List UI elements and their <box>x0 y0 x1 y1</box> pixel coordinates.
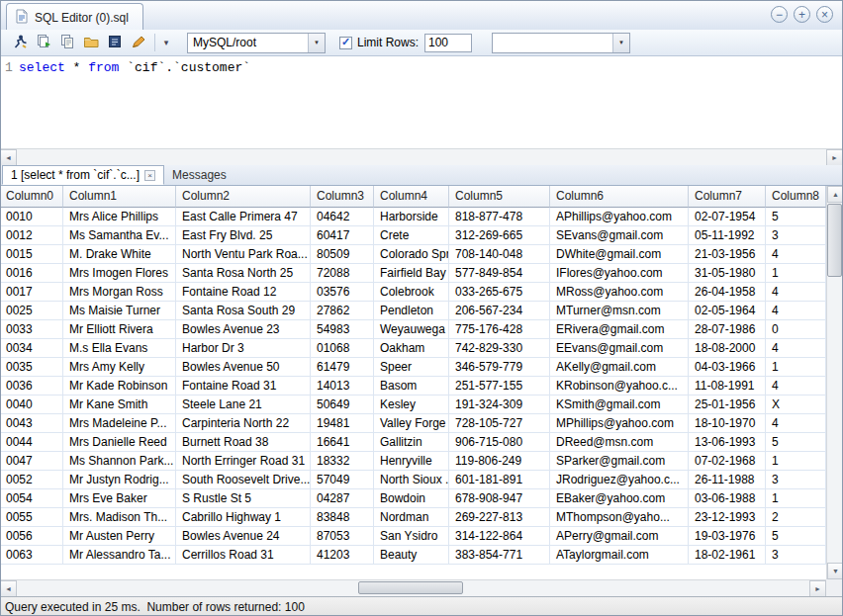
secondary-combo[interactable]: ▼ <box>492 33 630 53</box>
table-cell[interactable]: 4 <box>766 377 826 396</box>
table-cell[interactable]: 0034 <box>0 339 63 358</box>
table-cell[interactable]: 4 <box>766 414 826 433</box>
table-row[interactable]: 0044Mrs Danielle ReedBurnett Road 381664… <box>0 433 826 452</box>
table-row[interactable]: 0047Ms Shannon Park...North Erringer Roa… <box>0 452 826 471</box>
table-cell[interactable]: 54983 <box>311 320 374 339</box>
sql-history-button[interactable] <box>103 32 127 53</box>
table-cell[interactable]: 3 <box>766 546 826 565</box>
table-cell[interactable]: 16641 <box>311 433 374 452</box>
table-cell[interactable]: 03-06-1988 <box>689 489 766 508</box>
table-cell[interactable]: 2 <box>766 508 826 527</box>
table-cell[interactable]: 07-02-1968 <box>689 452 766 471</box>
table-row[interactable]: 0034M.s Ella EvansHarbor Dr 301068Oakham… <box>0 339 826 358</box>
editor-horizontal-scrollbar[interactable]: ◄ ► <box>0 148 843 165</box>
table-cell[interactable]: Mr Austen Perry <box>63 527 176 546</box>
table-cell[interactable]: South Roosevelt Drive... <box>176 471 311 489</box>
table-cell[interactable]: 41203 <box>311 546 374 565</box>
table-cell[interactable]: Carpinteria North 22 <box>176 414 311 433</box>
table-row[interactable]: 0040Mr Kane SmithSteele Lane 2150649Kesl… <box>0 396 826 414</box>
table-cell[interactable]: Mr Kane Smith <box>63 396 176 414</box>
table-cell[interactable]: 14013 <box>311 377 374 396</box>
table-cell[interactable]: 18-08-2000 <box>689 339 766 358</box>
table-cell[interactable]: Mr Kade Robinson <box>63 377 176 396</box>
table-row[interactable]: 0033Mr Elliott RiveraBowles Avenue 23549… <box>0 320 826 339</box>
table-cell[interactable]: M.s Ella Evans <box>63 339 176 358</box>
table-cell[interactable]: 04-03-1966 <box>689 358 766 377</box>
table-cell[interactable]: SParker@gmail.com <box>550 452 689 471</box>
table-cell[interactable]: APerry@gmail.com <box>550 527 689 546</box>
table-cell[interactable]: 0012 <box>0 226 63 245</box>
table-row[interactable]: 0055Mrs. Madison Th...Cabrillo Highway 1… <box>0 508 826 527</box>
table-cell[interactable]: MThompson@yaho... <box>550 508 689 527</box>
table-cell[interactable]: 23-12-1993 <box>689 508 766 527</box>
table-cell[interactable]: 678-908-947 <box>449 489 550 508</box>
table-row[interactable]: 0015M. Drake WhiteNorth Ventu Park Roa..… <box>0 245 826 264</box>
minimize-button[interactable]: − <box>771 6 788 23</box>
horizontal-scroll-thumb[interactable] <box>358 581 463 594</box>
table-row[interactable]: 0056Mr Austen PerryBowles Avenue 2487053… <box>0 527 826 546</box>
limit-rows-checkbox[interactable]: ✓ <box>339 37 352 49</box>
table-cell[interactable]: 4 <box>766 245 826 264</box>
table-cell[interactable]: 13-06-1993 <box>689 433 766 452</box>
tab-result-set[interactable]: 1 [select * from `cif`.`c...] × <box>2 165 164 185</box>
table-cell[interactable]: 61479 <box>311 358 374 377</box>
column-header[interactable]: Column7 <box>689 186 766 208</box>
table-cell[interactable]: 04287 <box>311 489 374 508</box>
table-cell[interactable]: Mrs Alice Phillips <box>63 208 176 226</box>
table-row[interactable]: 0043Mrs Madeleine P...Carpinteria North … <box>0 414 826 433</box>
table-cell[interactable]: ATaylorgmail.com <box>550 546 689 565</box>
run-statement-button[interactable] <box>32 32 55 53</box>
run-sql-button[interactable] <box>8 32 32 53</box>
table-cell[interactable]: KRobinson@yahoo.c... <box>550 377 689 396</box>
table-cell[interactable]: 1 <box>766 452 826 471</box>
table-cell[interactable]: Mrs. Madison Th... <box>63 508 176 527</box>
table-cell[interactable]: 708-140-048 <box>449 245 550 264</box>
table-cell[interactable]: San Ysidro <box>374 527 449 546</box>
table-cell[interactable]: 05-11-1992 <box>689 226 766 245</box>
table-cell[interactable]: 03576 <box>311 283 374 302</box>
table-cell[interactable]: 906-715-080 <box>449 433 550 452</box>
table-cell[interactable]: Mr Elliott Rivera <box>63 320 176 339</box>
table-cell[interactable]: 314-122-864 <box>449 527 550 546</box>
table-cell[interactable]: 50649 <box>311 396 374 414</box>
toolbar-overflow-button[interactable]: ▾ <box>159 33 173 52</box>
scroll-left-button[interactable]: ◄ <box>0 580 17 597</box>
column-header[interactable]: Column0 <box>0 186 63 208</box>
edit-button[interactable] <box>127 32 150 53</box>
table-cell[interactable]: 728-105-727 <box>449 414 550 433</box>
table-cell[interactable]: ERivera@gmail.com <box>550 320 689 339</box>
table-cell[interactable]: Mr Justyn Rodrig... <box>63 471 176 489</box>
table-cell[interactable]: Mrs Madeleine P... <box>63 414 176 433</box>
table-cell[interactable]: Fontaine Road 31 <box>176 377 311 396</box>
table-cell[interactable]: 0054 <box>0 489 63 508</box>
table-cell[interactable]: Cerrillos Road 31 <box>176 546 311 565</box>
table-cell[interactable]: DWhite@gmail.com <box>550 245 689 264</box>
table-cell[interactable]: Speer <box>374 358 449 377</box>
table-cell[interactable]: 02-05-1964 <box>689 302 766 320</box>
table-row[interactable]: 0010Mrs Alice PhillipsEast Calle Primera… <box>0 208 826 226</box>
table-cell[interactable]: Santa Rosa North 25 <box>176 264 311 283</box>
table-cell[interactable]: Mrs Danielle Reed <box>63 433 176 452</box>
table-cell[interactable]: SEvans@gmail.com <box>550 226 689 245</box>
table-cell[interactable]: Kesley <box>374 396 449 414</box>
table-cell[interactable]: Bowles Avenue 23 <box>176 320 311 339</box>
table-cell[interactable]: 02-07-1954 <box>689 208 766 226</box>
table-cell[interactable]: M. Drake White <box>63 245 176 264</box>
table-cell[interactable]: Santa Rosa South 29 <box>176 302 311 320</box>
table-cell[interactable]: 0025 <box>0 302 63 320</box>
table-row[interactable]: 0017Mrs Morgan RossFontaine Road 1203576… <box>0 283 826 302</box>
table-cell[interactable]: Fontaine Road 12 <box>176 283 311 302</box>
column-header[interactable]: Column6 <box>550 186 689 208</box>
table-cell[interactable]: 25-01-1956 <box>689 396 766 414</box>
table-cell[interactable]: Mrs Morgan Ross <box>63 283 176 302</box>
table-row[interactable]: 0035Mrs Amy KellyBowles Avenue 5061479Sp… <box>0 358 826 377</box>
table-row[interactable]: 0054Mrs Eve BakerS Rustle St 504287Bowdo… <box>0 489 826 508</box>
table-cell[interactable]: 601-181-891 <box>449 471 550 489</box>
table-cell[interactable]: Mrs Amy Kelly <box>63 358 176 377</box>
table-cell[interactable]: 27862 <box>311 302 374 320</box>
table-row[interactable]: 0036Mr Kade RobinsonFontaine Road 311401… <box>0 377 826 396</box>
table-cell[interactable]: 1 <box>766 489 826 508</box>
table-cell[interactable]: 5 <box>766 208 826 226</box>
table-row[interactable]: 0052Mr Justyn Rodrig...South Roosevelt D… <box>0 471 826 489</box>
table-row[interactable]: 0016Mrs Imogen FloresSanta Rosa North 25… <box>0 264 826 283</box>
